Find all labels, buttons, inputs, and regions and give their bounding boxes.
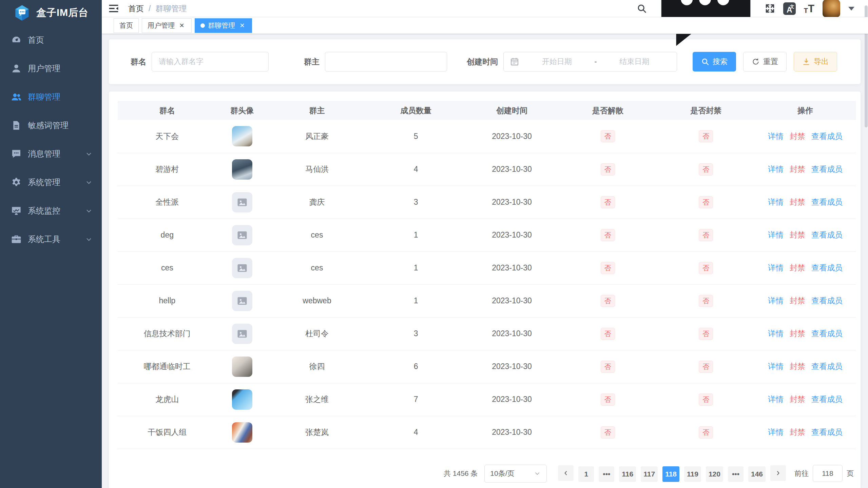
group-avatar-placeholder-icon [232,192,252,212]
fullscreen-icon[interactable] [765,3,775,14]
banned-tag: 否 [699,295,713,307]
calendar-icon [510,57,519,66]
font-size-icon[interactable]: TT [804,3,814,14]
page-button-1[interactable]: 1 [578,466,594,482]
date-range-picker[interactable]: 开始日期 - 结束日期 [503,52,677,72]
ban-link[interactable]: 封禁 [790,132,805,141]
view-members-link[interactable]: 查看成员 [811,132,843,141]
group-name-cell: 龙虎山 [118,383,217,416]
tab-group-management[interactable]: 群聊管理× [195,18,252,33]
search-icon[interactable] [637,3,647,14]
sidebar-item-system-monitor[interactable]: 系统监控 [0,197,102,225]
ban-link[interactable]: 封禁 [790,198,805,206]
sidebar-item-message-management[interactable]: 消息管理 [0,140,102,168]
member-count-cell: 5 [366,120,465,153]
detail-link[interactable]: 详情 [768,198,784,206]
app-root: 盒子IM后台 首页用户管理群聊管理敏感词管理消息管理系统管理系统监控系统工具 首… [0,0,868,488]
tab-user-management[interactable]: 用户管理× [142,18,192,33]
download-icon [802,58,810,66]
member-count-cell: 4 [366,416,465,449]
breadcrumb-current: 群聊管理 [155,3,187,14]
table-row: cesces12023-10-30否否详情封禁查看成员 [118,251,856,284]
goto-page-input[interactable] [813,465,843,482]
disbanded-cell: 否 [558,383,657,416]
page-button-117[interactable]: 117 [641,466,658,482]
ban-link[interactable]: 封禁 [790,395,805,404]
detail-link[interactable]: 详情 [768,362,784,371]
page-button-120[interactable]: 120 [706,466,723,482]
sidebar-item-system-management[interactable]: 系统管理 [0,168,102,197]
group-avatar-cell [217,120,268,153]
view-members-link[interactable]: 查看成员 [811,230,843,239]
group-avatar [232,126,252,146]
sidebar-item-label: 系统管理 [28,177,60,188]
sidebar-item-user-management[interactable]: 用户管理 [0,54,102,83]
page-button-146[interactable]: 146 [748,466,766,482]
page-button-118[interactable]: 118 [662,466,679,482]
detail-link[interactable]: 详情 [768,296,784,305]
page-button-119[interactable]: 119 [684,466,701,482]
ban-link[interactable]: 封禁 [790,230,805,239]
actions-cell: 详情封禁查看成员 [755,219,856,251]
ban-link[interactable]: 封禁 [790,296,805,305]
page-button-116[interactable]: 116 [619,466,636,482]
detail-link[interactable]: 详情 [768,263,784,272]
start-date-placeholder[interactable]: 开始日期 [521,57,593,67]
banned-cell: 否 [657,219,755,251]
prev-page-button[interactable] [558,465,574,481]
language-icon[interactable]: A 文 [783,2,796,15]
view-members-link[interactable]: 查看成员 [811,329,843,338]
ban-link[interactable]: 封禁 [790,428,805,436]
group-owner-input[interactable] [325,52,447,72]
breadcrumb-home[interactable]: 首页 [128,3,144,14]
view-members-link[interactable]: 查看成员 [811,395,843,404]
tab-close-icon[interactable]: × [238,21,246,29]
sidebar-menu: 首页用户管理群聊管理敏感词管理消息管理系统管理系统监控系统工具 [0,26,102,488]
disbanded-tag: 否 [601,262,615,274]
ban-link[interactable]: 封禁 [790,362,805,371]
more-pages-button[interactable]: ••• [599,466,614,482]
disbanded-tag: 否 [601,361,615,373]
view-members-link[interactable]: 查看成员 [811,198,843,206]
table-body: 天下会风正豪52023-10-30否否详情封禁查看成员碧游村马仙洪42023-1… [118,120,856,449]
disbanded-tag: 否 [601,393,615,406]
view-members-link[interactable]: 查看成员 [811,362,843,371]
ban-link[interactable]: 封禁 [790,165,805,174]
user-menu-caret-icon[interactable] [848,7,854,14]
detail-link[interactable]: 详情 [768,395,784,404]
disbanded-cell: 否 [558,416,657,449]
view-members-link[interactable]: 查看成员 [811,165,843,174]
tab-close-icon[interactable]: × [178,21,186,29]
detail-link[interactable]: 详情 [768,230,784,239]
more-pages-button[interactable]: ••• [728,466,744,482]
sidebar-fold-icon[interactable] [108,3,119,14]
view-members-link[interactable]: 查看成员 [811,263,843,272]
detail-link[interactable]: 详情 [768,132,784,141]
sidebar-item-home[interactable]: 首页 [0,26,102,54]
tab-label: 群聊管理 [208,21,235,30]
view-members-link[interactable]: 查看成员 [811,428,843,436]
tab-home[interactable]: 首页 [114,18,139,33]
next-page-button[interactable] [770,465,786,481]
page-size-select[interactable]: 10条/页 [484,465,547,483]
chevron-down-icon [85,207,93,215]
detail-link[interactable]: 详情 [768,428,784,436]
detail-link[interactable]: 详情 [768,329,784,338]
user-avatar[interactable] [823,0,840,17]
export-button[interactable]: 导出 [794,52,837,72]
group-owner-cell: ces [268,219,367,251]
sidebar-item-sensitive-words[interactable]: 敏感词管理 [0,111,102,140]
group-owner-filter: 群主 [304,52,447,72]
created-time-cell: 2023-10-30 [465,284,558,317]
ban-link[interactable]: 封禁 [790,263,805,272]
table-row: 全性派龚庆32023-10-30否否详情封禁查看成员 [118,186,856,219]
view-members-link[interactable]: 查看成员 [811,296,843,305]
detail-link[interactable]: 详情 [768,165,784,174]
table-row: 龙虎山张之维72023-10-30否否详情封禁查看成员 [118,383,856,416]
sidebar-item-group-management[interactable]: 群聊管理 [0,83,102,111]
app-logo[interactable]: 盒子IM后台 [0,0,102,26]
sidebar-item-system-tools[interactable]: 系统工具 [0,225,102,253]
breadcrumb: 首页 / 群聊管理 [128,3,187,14]
group-name-input[interactable] [152,52,269,72]
ban-link[interactable]: 封禁 [790,329,805,338]
